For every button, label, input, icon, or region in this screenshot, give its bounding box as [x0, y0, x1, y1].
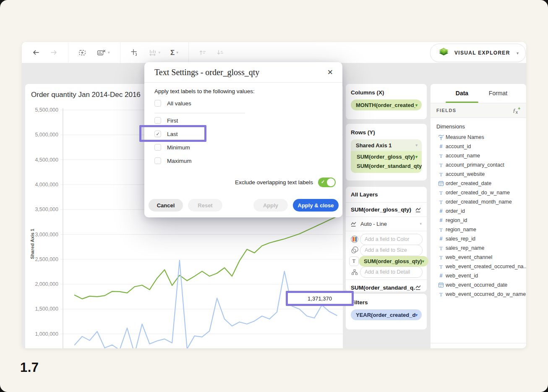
visual-explorer-menu-button[interactable]: VISUAL EXPLORER ▾ — [430, 44, 526, 62]
field-row[interactable]: #region_id — [431, 216, 526, 225]
field-row[interactable]: Measure Names — [431, 133, 526, 142]
series-line-SUM(order_standard_qty) — [75, 217, 337, 299]
field-row[interactable]: Taccount_primary_contact — [431, 160, 526, 170]
swap-axes-icon[interactable] — [130, 49, 138, 56]
shared-axis-header[interactable]: Shared Axis 1 ▾ — [351, 139, 422, 151]
modal-title: Text Settings - order_gloss_qty — [154, 68, 327, 77]
chevron-down-icon: ▾ — [415, 154, 418, 159]
field-row[interactable]: Tweb_event_created_occurred_na... — [431, 262, 526, 271]
option-all-values[interactable]: All values — [154, 97, 191, 109]
back-arrow-icon[interactable] — [32, 49, 40, 56]
check-icon: ✓ — [321, 179, 325, 185]
last-value-annotation: 1,371,370 — [286, 291, 354, 306]
color-icon — [349, 235, 360, 244]
field-row[interactable]: Tregion_name — [431, 225, 526, 234]
option-first[interactable]: First — [154, 115, 178, 126]
columns-panel: Columns (X) MONTH(order_created_d... ▾ — [346, 84, 427, 119]
toolbar-group-sort — [189, 42, 234, 63]
field-row[interactable]: web_event_occurred_date — [431, 280, 526, 290]
bar-spacing-icon[interactable]: ▾ — [149, 49, 161, 56]
field-row[interactable]: Taccount_website — [431, 170, 526, 179]
visual-explorer-label: VISUAL EXPLORER — [454, 50, 517, 56]
field-row[interactable]: Torder_created_month_name — [431, 197, 526, 206]
cancel-button[interactable]: Cancel — [149, 199, 183, 212]
field-label: web_event_created_occurred_na... — [446, 264, 526, 269]
option-label: Last — [167, 131, 178, 137]
tab-data[interactable]: Data — [446, 84, 478, 102]
field-label: account_id — [446, 144, 471, 149]
field-row[interactable]: Taccount_name — [431, 151, 526, 160]
option-minimum[interactable]: Minimum — [154, 141, 190, 153]
field-row[interactable]: Tweb_event_occurred_do_w_name — [431, 290, 526, 299]
detail-field-input[interactable]: Add a field to Detail — [360, 267, 423, 278]
filter-pill[interactable]: YEAR(order_created_date) ▾ — [351, 309, 422, 320]
color-field-input[interactable]: Add a field to Color — [360, 234, 423, 245]
toolbar-group-history — [22, 42, 68, 63]
apply-close-button[interactable]: Apply & close — [293, 199, 339, 212]
option-last[interactable]: ✓Last — [154, 128, 178, 140]
layers-panel-title: All Layers — [346, 187, 427, 203]
add-calculated-field-icon[interactable]: ƒx+ — [513, 106, 520, 115]
measures-divider — [431, 343, 526, 343]
option-maximum[interactable]: Maximum — [154, 155, 192, 167]
filters-panel-title: Filters — [346, 294, 427, 309]
close-icon[interactable]: ✕ — [327, 68, 333, 77]
chevron-down-icon: ▾ — [108, 51, 110, 55]
field-label: web_event_channel — [446, 254, 492, 260]
size-field-input[interactable]: Add a field to Size — [360, 245, 423, 256]
tab-format[interactable]: Format — [483, 84, 513, 102]
chevron-down-icon: ▾ — [420, 222, 422, 226]
duplicate-chart-icon[interactable] — [78, 49, 87, 56]
forward-arrow-icon[interactable] — [50, 49, 58, 56]
field-label: order_created_do_w_name — [446, 190, 510, 196]
exclude-overlap-toggle[interactable]: ✓ — [318, 178, 336, 187]
field-row[interactable]: #order_id — [431, 206, 526, 216]
checkbox-icon[interactable] — [154, 157, 161, 164]
row-field-pill[interactable]: SUM(order_gloss_qty)▾ — [351, 152, 422, 161]
columns-field-pill[interactable]: MONTH(order_created_d... ▾ — [351, 99, 422, 110]
last-value-text: 1,371,370 — [308, 295, 332, 302]
field-row[interactable]: order_created_date — [431, 179, 526, 188]
field-row[interactable]: #account_id — [431, 142, 526, 151]
checkbox-icon[interactable] — [154, 100, 161, 107]
text-icon: T — [436, 264, 446, 269]
layer-row-gloss[interactable]: SUM(order_gloss_qty) — [346, 203, 427, 217]
hash-icon: # — [436, 236, 446, 242]
modal-description: Apply text labels to the following value… — [154, 88, 255, 94]
chevron-down-icon: ▾ — [176, 51, 178, 55]
sigma-aggregate-icon[interactable]: Σ ▾ — [170, 49, 178, 56]
field-label: account_primary_contact — [446, 162, 504, 168]
calendar-icon — [436, 282, 446, 288]
row-field-pill[interactable]: SUM(order_standard_qty)▾ — [351, 161, 422, 170]
sort-ascending-icon[interactable] — [199, 49, 206, 56]
field-label: account_name — [446, 153, 480, 159]
chevron-down-icon: ▾ — [415, 103, 418, 107]
text-icon: T — [436, 227, 446, 233]
field-row[interactable]: #web_event_id — [431, 271, 526, 280]
field-row[interactable]: #sales_rep_id — [431, 234, 526, 243]
text-field-pill[interactable]: SUM(order_gloss_qty) ▾ — [359, 256, 428, 267]
remove-chart-icon[interactable]: ▾ — [97, 49, 110, 56]
sparkline-icon — [351, 221, 357, 227]
chevron-down-icon: ▾ — [415, 313, 418, 317]
measure-names-icon — [436, 134, 446, 141]
checkbox-checked-icon[interactable]: ✓ — [154, 131, 161, 137]
field-row[interactable]: Torder_created_do_w_name — [431, 188, 526, 197]
text-icon: T — [436, 190, 446, 196]
field-label: region_id — [446, 217, 467, 223]
field-row[interactable]: Tsales_rep_name — [431, 243, 526, 253]
field-row[interactable]: Tweb_event_channel — [431, 253, 526, 262]
shared-axis-group: Shared Axis 1 ▾ SUM(order_gloss_qty)▾SUM… — [351, 139, 422, 173]
field-label: account_website — [446, 171, 485, 177]
layer-row-standard[interactable]: SUM(order_standard_q... — [346, 280, 427, 295]
field-label: order_created_date — [446, 180, 491, 186]
color-shelf: Add a field to Color — [346, 234, 427, 245]
sort-descending-icon[interactable] — [217, 49, 224, 56]
checkbox-icon[interactable] — [154, 144, 161, 151]
visual-explorer-logo-icon — [438, 47, 449, 59]
mark-type-dropdown[interactable]: Auto - Line ▾ — [346, 217, 427, 231]
apply-button[interactable]: Apply — [253, 199, 288, 212]
checkbox-icon[interactable] — [154, 117, 161, 124]
field-label: order_id — [446, 208, 465, 214]
reset-button[interactable]: Reset — [188, 199, 222, 212]
